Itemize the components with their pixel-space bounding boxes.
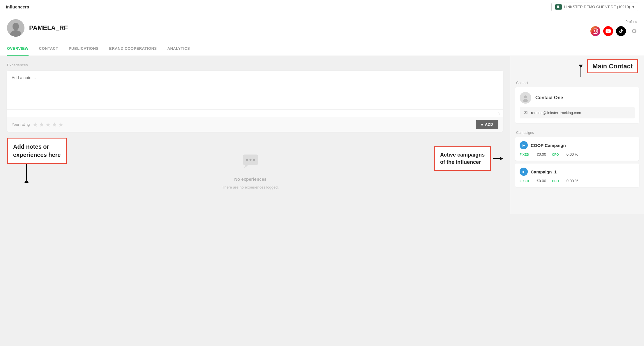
- active-campaigns-annotation: Active campaignsof the influencer: [434, 146, 491, 171]
- contact-email: romina@linkster-tracking.com: [531, 111, 581, 115]
- add-icon: ■: [481, 123, 483, 127]
- note-card: ⤡ Your rating ★ ★ ★ ★ ★ ■ ADD: [7, 71, 503, 132]
- arrowhead-up: [24, 179, 29, 183]
- social-icons: [590, 26, 626, 36]
- fixed-label-2: FIXED: [520, 179, 529, 183]
- empty-title: No experiences: [234, 177, 267, 182]
- fixed-label-1: FIXED: [520, 153, 529, 156]
- contact-name-row: Contact One: [520, 92, 635, 104]
- add-button-label: ADD: [485, 122, 493, 127]
- tab-publications[interactable]: PUBLICATIONS: [69, 42, 99, 56]
- arrow-line-up: [26, 164, 27, 180]
- campaign-name-1: COOP Campaign: [531, 143, 566, 148]
- main-contact-annotation: Main Contact: [587, 59, 638, 73]
- contact-card: Contact One ✉ romina@linkster-tracking.c…: [515, 87, 639, 123]
- note-input[interactable]: [7, 71, 503, 109]
- tab-analytics[interactable]: ANALYTICS: [167, 42, 190, 56]
- cpo-label-2: CPO: [552, 179, 559, 183]
- profile-right: Profiles ⚙: [590, 20, 637, 36]
- campaigns-label: Campaigns: [510, 127, 644, 137]
- cpo-value-1: 0.00 %: [567, 152, 578, 157]
- star-2[interactable]: ★: [39, 121, 44, 128]
- campaign-card-2: ▶ Campaign_1 FIXED €0.00 CPO 0.00 %: [515, 164, 639, 187]
- profile-left: PAMELA_RF: [7, 19, 68, 37]
- arrowhead-down: [579, 65, 583, 68]
- client-selector[interactable]: IL LINKSTER DEMO CLIENT DE (10210) ▾: [551, 3, 638, 11]
- campaign-stats-2: FIXED €0.00 CPO 0.00 %: [520, 179, 635, 183]
- contact-label: Contact: [510, 77, 644, 87]
- empty-experiences: No experiences There are no experiences …: [67, 135, 434, 207]
- contact-email-row: ✉ romina@linkster-tracking.com: [520, 107, 635, 118]
- play-icon-2[interactable]: ▶: [520, 168, 528, 176]
- arrow-right: [500, 157, 503, 160]
- main-content: Experiences ⤡ Your rating ★ ★ ★ ★ ★ ■: [0, 56, 644, 214]
- tiktok-icon[interactable]: [616, 26, 626, 36]
- cpo-value-2: 0.00 %: [567, 179, 578, 183]
- profile-header: PAMELA_RF Profiles ⚙: [0, 14, 644, 42]
- profiles-label: Profiles: [625, 20, 637, 24]
- add-notes-annotation: Add notes orexperiences here: [7, 138, 67, 164]
- play-icon-1[interactable]: ▶: [520, 141, 528, 149]
- contact-avatar: [520, 92, 531, 104]
- note-footer: Your rating ★ ★ ★ ★ ★ ■ ADD: [7, 117, 503, 132]
- top-bar-right: IL LINKSTER DEMO CLIENT DE (10210) ▾: [551, 3, 638, 11]
- empty-subtitle: There are no experiences logged.: [222, 185, 278, 189]
- arrow-line-down: [581, 68, 581, 77]
- campaign-card-1: ▶ COOP Campaign FIXED €0.00 CPO 0.00 %: [515, 137, 639, 161]
- experiences-title: Experiences: [7, 63, 503, 67]
- chat-bubble-icon: [242, 152, 259, 173]
- star-rating[interactable]: ★ ★ ★ ★ ★: [33, 121, 63, 128]
- page-title: Influencers: [6, 4, 29, 9]
- main-contact-label: Main Contact: [592, 63, 633, 70]
- right-panel: Main Contact Contact Contact One ✉ romin…: [510, 56, 644, 214]
- youtube-icon[interactable]: [603, 26, 613, 36]
- settings-icon[interactable]: ⚙: [631, 27, 637, 35]
- star-4[interactable]: ★: [52, 121, 57, 128]
- email-icon: ✉: [524, 110, 527, 116]
- star-1[interactable]: ★: [33, 121, 38, 128]
- dropdown-arrow: ▾: [632, 5, 634, 9]
- client-name: LINKSTER DEMO CLIENT DE (10210): [564, 5, 630, 9]
- campaign-name-row-1: ▶ COOP Campaign: [520, 141, 635, 149]
- rating-section: Your rating ★ ★ ★ ★ ★: [12, 121, 63, 128]
- add-note-button[interactable]: ■ ADD: [476, 120, 498, 129]
- star-5[interactable]: ★: [58, 121, 63, 128]
- fixed-value-1: €0.00: [537, 152, 546, 157]
- top-bar: Influencers IL LINKSTER DEMO CLIENT DE (…: [0, 0, 644, 14]
- tab-contact[interactable]: CONTACT: [39, 42, 58, 56]
- client-badge: IL: [555, 4, 562, 10]
- svg-point-6: [253, 159, 255, 161]
- influencer-name: PAMELA_RF: [29, 24, 68, 32]
- tab-bar: OVERVIEW CONTACT PUBLICATIONS BRAND COOP…: [0, 42, 644, 56]
- campaign-name-row-2: ▶ Campaign_1: [520, 168, 635, 176]
- instagram-icon[interactable]: [590, 26, 600, 36]
- svg-point-8: [524, 95, 527, 98]
- left-panel: Experiences ⤡ Your rating ★ ★ ★ ★ ★ ■: [0, 56, 510, 214]
- campaigns-list: ▶ COOP Campaign FIXED €0.00 CPO 0.00 % ▶…: [510, 137, 644, 187]
- cpo-label-1: CPO: [552, 153, 559, 156]
- fixed-value-2: €0.00: [537, 179, 546, 183]
- svg-point-1: [13, 23, 19, 30]
- tab-overview[interactable]: OVERVIEW: [7, 42, 29, 56]
- tab-brand-cooperations[interactable]: BRAND COOPERATIONS: [109, 42, 157, 56]
- svg-point-5: [249, 159, 251, 161]
- rating-label: Your rating: [12, 122, 30, 127]
- svg-point-4: [246, 159, 248, 161]
- avatar: [7, 19, 24, 37]
- campaign-stats-1: FIXED €0.00 CPO 0.00 %: [520, 152, 635, 157]
- campaign-name-2: Campaign_1: [531, 169, 557, 174]
- star-3[interactable]: ★: [45, 121, 51, 128]
- contact-name: Contact One: [535, 95, 563, 100]
- resize-indicator: ⤡: [7, 109, 503, 117]
